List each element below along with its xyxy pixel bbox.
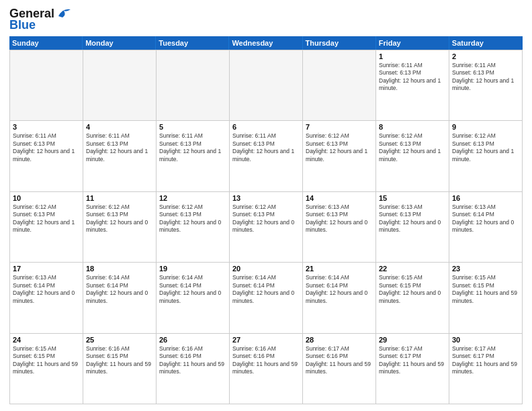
day-info: Sunrise: 6:17 AM Sunset: 6:16 PM Dayligh… xyxy=(306,345,373,376)
calendar-cell: 12Sunrise: 6:12 AM Sunset: 6:13 PM Dayli… xyxy=(157,192,230,263)
day-number: 11 xyxy=(86,194,153,202)
day-number: 2 xyxy=(452,52,519,60)
calendar-cell: 24Sunrise: 6:15 AM Sunset: 6:15 PM Dayli… xyxy=(10,334,83,404)
day-number: 20 xyxy=(232,265,300,273)
page: General Blue SundayMondayTuesdayWednesda… xyxy=(0,0,532,411)
header-day-sunday: Sunday xyxy=(9,36,83,50)
day-number: 4 xyxy=(86,123,153,131)
day-number: 21 xyxy=(306,265,373,273)
calendar: SundayMondayTuesdayWednesdayThursdayFrid… xyxy=(9,36,523,404)
calendar-cell: 7Sunrise: 6:12 AM Sunset: 6:13 PM Daylig… xyxy=(303,121,376,191)
day-info: Sunrise: 6:14 AM Sunset: 6:14 PM Dayligh… xyxy=(232,274,300,305)
day-number: 22 xyxy=(379,265,446,273)
day-number: 5 xyxy=(159,123,226,131)
day-number: 28 xyxy=(306,336,373,344)
calendar-cell: 4Sunrise: 6:11 AM Sunset: 6:13 PM Daylig… xyxy=(83,121,157,191)
day-info: Sunrise: 6:13 AM Sunset: 6:14 PM Dayligh… xyxy=(452,203,519,234)
day-number: 16 xyxy=(452,194,519,202)
calendar-cell: 26Sunrise: 6:16 AM Sunset: 6:16 PM Dayli… xyxy=(157,334,230,404)
day-info: Sunrise: 6:17 AM Sunset: 6:17 PM Dayligh… xyxy=(452,345,519,376)
day-info: Sunrise: 6:12 AM Sunset: 6:13 PM Dayligh… xyxy=(306,132,373,163)
calendar-cell: 8Sunrise: 6:12 AM Sunset: 6:13 PM Daylig… xyxy=(376,121,449,191)
calendar-cell: 29Sunrise: 6:17 AM Sunset: 6:17 PM Dayli… xyxy=(376,334,449,404)
header-day-thursday: Thursday xyxy=(303,36,376,50)
day-number: 15 xyxy=(379,194,446,202)
day-number: 18 xyxy=(86,265,153,273)
day-info: Sunrise: 6:13 AM Sunset: 6:14 PM Dayligh… xyxy=(13,274,80,305)
calendar-cell: 21Sunrise: 6:14 AM Sunset: 6:14 PM Dayli… xyxy=(303,263,376,333)
day-number: 6 xyxy=(232,123,300,131)
calendar-cell: 3Sunrise: 6:11 AM Sunset: 6:13 PM Daylig… xyxy=(10,121,83,191)
day-number: 24 xyxy=(13,336,80,344)
calendar-cell: 15Sunrise: 6:13 AM Sunset: 6:13 PM Dayli… xyxy=(376,192,449,263)
calendar-cell: 27Sunrise: 6:16 AM Sunset: 6:16 PM Dayli… xyxy=(230,334,303,404)
day-number: 13 xyxy=(232,194,300,202)
day-info: Sunrise: 6:13 AM Sunset: 6:13 PM Dayligh… xyxy=(306,203,373,234)
calendar-cell: 9Sunrise: 6:12 AM Sunset: 6:13 PM Daylig… xyxy=(449,121,523,191)
calendar-cell: 18Sunrise: 6:14 AM Sunset: 6:14 PM Dayli… xyxy=(83,263,157,333)
day-number: 23 xyxy=(452,265,519,273)
day-info: Sunrise: 6:14 AM Sunset: 6:14 PM Dayligh… xyxy=(306,274,373,305)
day-info: Sunrise: 6:12 AM Sunset: 6:13 PM Dayligh… xyxy=(232,203,300,234)
calendar-cell xyxy=(230,50,303,121)
day-number: 12 xyxy=(159,194,226,202)
day-info: Sunrise: 6:11 AM Sunset: 6:13 PM Dayligh… xyxy=(159,132,226,163)
day-number: 9 xyxy=(452,123,519,131)
calendar-cell xyxy=(303,50,376,121)
day-number: 14 xyxy=(306,194,373,202)
day-number: 25 xyxy=(86,336,153,344)
day-info: Sunrise: 6:11 AM Sunset: 6:13 PM Dayligh… xyxy=(232,132,300,163)
day-info: Sunrise: 6:11 AM Sunset: 6:13 PM Dayligh… xyxy=(13,132,80,163)
calendar-body: 1Sunrise: 6:11 AM Sunset: 6:13 PM Daylig… xyxy=(9,50,523,404)
calendar-cell: 5Sunrise: 6:11 AM Sunset: 6:13 PM Daylig… xyxy=(157,121,230,191)
day-info: Sunrise: 6:15 AM Sunset: 6:15 PM Dayligh… xyxy=(452,274,519,305)
day-info: Sunrise: 6:16 AM Sunset: 6:15 PM Dayligh… xyxy=(86,345,153,376)
day-number: 27 xyxy=(232,336,300,344)
calendar-cell xyxy=(10,50,83,121)
day-info: Sunrise: 6:11 AM Sunset: 6:13 PM Dayligh… xyxy=(86,132,153,163)
day-info: Sunrise: 6:12 AM Sunset: 6:13 PM Dayligh… xyxy=(13,203,80,234)
header-day-wednesday: Wednesday xyxy=(229,36,302,50)
day-number: 7 xyxy=(306,123,373,131)
day-info: Sunrise: 6:16 AM Sunset: 6:16 PM Dayligh… xyxy=(232,345,300,376)
calendar-cell: 30Sunrise: 6:17 AM Sunset: 6:17 PM Dayli… xyxy=(449,334,523,404)
day-info: Sunrise: 6:12 AM Sunset: 6:13 PM Dayligh… xyxy=(159,203,226,234)
day-number: 17 xyxy=(13,265,80,273)
calendar-cell: 25Sunrise: 6:16 AM Sunset: 6:15 PM Dayli… xyxy=(83,334,157,404)
header-day-friday: Friday xyxy=(376,36,449,50)
calendar-cell: 20Sunrise: 6:14 AM Sunset: 6:14 PM Dayli… xyxy=(230,263,303,333)
day-info: Sunrise: 6:15 AM Sunset: 6:15 PM Dayligh… xyxy=(13,345,80,376)
calendar-cell: 10Sunrise: 6:12 AM Sunset: 6:13 PM Dayli… xyxy=(10,192,83,263)
calendar-cell: 6Sunrise: 6:11 AM Sunset: 6:13 PM Daylig… xyxy=(230,121,303,191)
header-day-tuesday: Tuesday xyxy=(156,36,229,50)
day-info: Sunrise: 6:17 AM Sunset: 6:17 PM Dayligh… xyxy=(379,345,446,376)
day-info: Sunrise: 6:12 AM Sunset: 6:13 PM Dayligh… xyxy=(379,132,446,163)
day-number: 1 xyxy=(379,52,446,60)
calendar-header: SundayMondayTuesdayWednesdayThursdayFrid… xyxy=(9,36,523,50)
calendar-cell: 1Sunrise: 6:11 AM Sunset: 6:13 PM Daylig… xyxy=(376,50,449,121)
calendar-cell: 16Sunrise: 6:13 AM Sunset: 6:14 PM Dayli… xyxy=(449,192,523,263)
day-info: Sunrise: 6:11 AM Sunset: 6:13 PM Dayligh… xyxy=(452,62,519,93)
day-number: 3 xyxy=(13,123,80,131)
header-day-saturday: Saturday xyxy=(449,36,523,50)
day-info: Sunrise: 6:11 AM Sunset: 6:13 PM Dayligh… xyxy=(379,62,446,93)
calendar-cell: 22Sunrise: 6:15 AM Sunset: 6:15 PM Dayli… xyxy=(376,263,449,333)
day-number: 10 xyxy=(13,194,80,202)
day-info: Sunrise: 6:14 AM Sunset: 6:14 PM Dayligh… xyxy=(86,274,153,305)
header: General Blue xyxy=(9,7,523,32)
calendar-cell: 19Sunrise: 6:14 AM Sunset: 6:14 PM Dayli… xyxy=(157,263,230,333)
calendar-cell: 14Sunrise: 6:13 AM Sunset: 6:13 PM Dayli… xyxy=(303,192,376,263)
calendar-cell xyxy=(157,50,230,121)
calendar-cell: 28Sunrise: 6:17 AM Sunset: 6:16 PM Dayli… xyxy=(303,334,376,404)
logo-blue: Blue xyxy=(9,18,36,32)
day-number: 29 xyxy=(379,336,446,344)
day-number: 19 xyxy=(159,265,226,273)
day-info: Sunrise: 6:15 AM Sunset: 6:15 PM Dayligh… xyxy=(379,274,446,305)
day-number: 26 xyxy=(159,336,226,344)
day-info: Sunrise: 6:14 AM Sunset: 6:14 PM Dayligh… xyxy=(159,274,226,305)
logo-bird-icon xyxy=(57,7,72,19)
day-info: Sunrise: 6:16 AM Sunset: 6:16 PM Dayligh… xyxy=(159,345,226,376)
calendar-cell: 2Sunrise: 6:11 AM Sunset: 6:13 PM Daylig… xyxy=(449,50,523,121)
day-info: Sunrise: 6:12 AM Sunset: 6:13 PM Dayligh… xyxy=(86,203,153,234)
calendar-cell xyxy=(83,50,157,121)
